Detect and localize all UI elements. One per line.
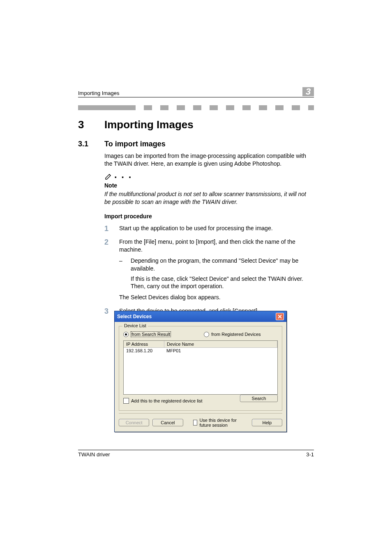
substep-dash: – xyxy=(119,257,125,273)
step-text: From the [File] menu, point to [Import],… xyxy=(119,238,310,301)
dialog-window: Select Devices Device List from Search R… xyxy=(114,311,287,432)
substep-follow: If this is the case, click "Select Devic… xyxy=(119,275,310,291)
cell-ip: 192.168.1.20 xyxy=(124,348,164,354)
device-listview[interactable]: IP Address Device Name 192.168.1.20 MFP0… xyxy=(123,340,278,395)
document-page: Importing Images 3 3Importing Images 3.1… xyxy=(0,0,392,555)
section-heading-number: 3.1 xyxy=(78,140,104,148)
running-header: Importing Images 3 xyxy=(78,87,314,97)
radio-from-registered-devices[interactable]: from Registered Devices xyxy=(204,332,261,337)
decorative-band xyxy=(78,105,314,110)
close-button[interactable] xyxy=(276,313,284,320)
list-item[interactable]: 192.168.1.20 MFP01 xyxy=(124,348,277,354)
procedure-steps: 1 Start up the application to be used fo… xyxy=(104,224,310,321)
page-footer: TWAIN driver 3-1 xyxy=(78,450,314,458)
connect-button[interactable]: Connect xyxy=(119,419,149,426)
search-button[interactable]: Search xyxy=(240,395,278,402)
note-block: . . . Note If the multifunctional produc… xyxy=(104,172,310,206)
note-ornament: . . . xyxy=(104,172,310,180)
substep-text: Depending on the program, the command "S… xyxy=(131,257,310,273)
band-solid xyxy=(78,105,127,110)
connect-button-label: Connect xyxy=(126,420,143,425)
step-1: 1 Start up the application to be used fo… xyxy=(104,224,310,232)
use-future-row[interactable]: Use this device for future session xyxy=(193,418,249,428)
note-text: If the multifunctional product is not se… xyxy=(104,190,310,206)
radio-dot-icon xyxy=(123,332,129,337)
column-device-name[interactable]: Device Name xyxy=(164,341,277,347)
radio-label: from Search Result xyxy=(131,331,171,337)
procedure-heading: Import procedure xyxy=(104,213,152,220)
chapter-heading-text: Importing Images xyxy=(104,118,194,131)
step-number: 2 xyxy=(104,238,112,301)
running-header-title: Importing Images xyxy=(78,90,119,96)
chapter-heading: 3Importing Images xyxy=(78,118,194,131)
dialog-titlebar[interactable]: Select Devices xyxy=(115,311,286,322)
step-2: 2 From the [File] menu, point to [Import… xyxy=(104,238,310,301)
note-label: Note xyxy=(104,182,310,189)
chapter-indicator: 3 xyxy=(302,87,314,96)
help-button-label: Help xyxy=(263,420,272,425)
section-heading: 3.1To import images xyxy=(78,140,166,148)
band-dashes xyxy=(127,105,314,110)
chapter-heading-number: 3 xyxy=(78,118,104,131)
cancel-button[interactable]: Cancel xyxy=(152,419,183,426)
substep-text-a: Depending on the program, the command "S… xyxy=(131,257,298,272)
step-2-main: From the [File] menu, point to [Import],… xyxy=(119,238,295,253)
checkbox-icon[interactable] xyxy=(193,420,198,426)
column-ip-address[interactable]: IP Address xyxy=(124,341,164,347)
intro-paragraph: Images can be imported from the image-pr… xyxy=(104,152,310,168)
pencil-icon xyxy=(104,172,113,180)
add-registered-label: Add this to the registered device list xyxy=(131,398,203,403)
checkbox-icon[interactable] xyxy=(123,398,129,404)
search-button-label: Search xyxy=(252,396,266,401)
select-devices-dialog: Select Devices Device List from Search R… xyxy=(114,311,287,432)
chapter-number-box: 3 xyxy=(302,87,314,96)
dialog-title: Select Devices xyxy=(117,314,152,319)
section-heading-text: To import images xyxy=(104,140,166,148)
radio-from-search-result[interactable]: from Search Result xyxy=(123,331,171,337)
step-number: 1 xyxy=(104,225,112,232)
footer-left: TWAIN driver xyxy=(78,451,110,458)
step-2-after: The Select Devices dialog box appears. xyxy=(119,294,310,301)
cell-name: MFP01 xyxy=(164,348,277,354)
help-button[interactable]: Help xyxy=(252,419,282,426)
radio-dot-icon xyxy=(204,332,209,337)
radio-row: from Search Result from Registered Devic… xyxy=(123,331,278,337)
step-number: 3 xyxy=(104,308,112,315)
use-future-label: Use this device for future session xyxy=(199,418,248,428)
footer-right: 3-1 xyxy=(306,451,314,458)
substep: – Depending on the program, the command … xyxy=(119,257,310,273)
dialog-bottom-bar: Connect Cancel Use this device for futur… xyxy=(119,413,282,428)
close-icon xyxy=(278,314,282,319)
step-text: Start up the application to be used for … xyxy=(119,224,310,232)
listview-header[interactable]: IP Address Device Name xyxy=(124,341,277,348)
groupbox-legend: Device List xyxy=(122,323,148,328)
cancel-button-label: Cancel xyxy=(161,420,175,425)
device-list-groupbox: Device List from Search Result from Regi… xyxy=(119,326,282,411)
radio-label: from Registered Devices xyxy=(211,332,261,337)
